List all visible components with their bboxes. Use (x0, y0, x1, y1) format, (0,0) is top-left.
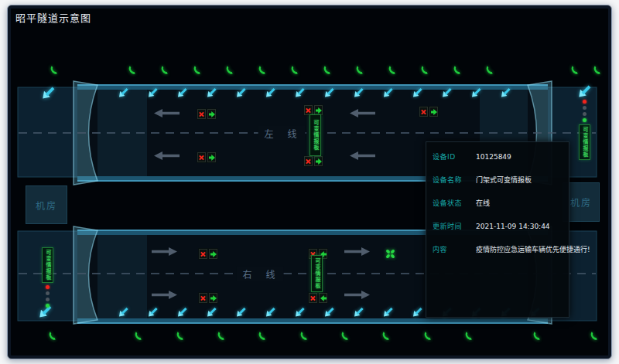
cctv-camera-icon[interactable] (207, 87, 217, 97)
emergency-phone-icon[interactable] (128, 65, 136, 75)
emergency-phone-icon[interactable] (485, 65, 494, 75)
lane-control-signal[interactable] (198, 292, 218, 304)
vms-sign-left-line[interactable]: 可变情报板 (310, 114, 321, 156)
lane-closed-x-icon (199, 293, 207, 303)
lane-control-signal[interactable] (308, 292, 328, 304)
lane-direction-arrow (152, 247, 178, 256)
tooltip-label: 设备名称 (433, 175, 476, 185)
cctv-camera-icon[interactable] (354, 306, 364, 317)
cctv-camera-icon[interactable] (42, 85, 56, 99)
cctv-camera-icon[interactable] (324, 87, 335, 97)
vms-sign-text: 可变情报板 (314, 258, 320, 289)
lane-direction-arrow (153, 151, 180, 160)
cctv-camera-icon[interactable] (578, 83, 592, 97)
cctv-camera-icon[interactable] (265, 306, 276, 317)
emergency-phone-icon[interactable] (290, 65, 299, 75)
cctv-camera-icon[interactable] (295, 87, 306, 97)
tooltip-row-update-time: 更新时间 2021-11-09 14:30:44 (433, 221, 563, 231)
emergency-phone-icon[interactable] (299, 331, 308, 341)
lane-direction-arrow (152, 291, 178, 299)
emergency-phone-icon[interactable] (381, 331, 390, 341)
cctv-camera-icon[interactable] (177, 87, 188, 97)
vms-sign-right-line[interactable]: 可变情报板 (311, 255, 323, 292)
emergency-phone-icon[interactable] (134, 331, 142, 341)
cctv-camera-icon[interactable] (236, 306, 247, 317)
emergency-phone-icon[interactable] (593, 65, 601, 75)
machine-room-left[interactable]: 机房 (26, 185, 67, 224)
lane-open-arrow-icon (207, 109, 216, 119)
emergency-phone-icon[interactable] (532, 331, 541, 341)
emergency-phone-icon[interactable] (453, 65, 461, 75)
signal-status-dot (46, 285, 50, 289)
cctv-camera-icon[interactable] (236, 87, 247, 97)
lane-control-signal[interactable] (197, 108, 217, 120)
emergency-phone-icon[interactable] (323, 65, 331, 75)
cctv-camera-icon[interactable] (383, 87, 394, 97)
emergency-phone-icon[interactable] (225, 65, 234, 75)
lane-closed-x-icon (419, 107, 428, 117)
cctv-camera-icon[interactable] (118, 306, 129, 317)
lane-control-signal[interactable] (198, 248, 218, 260)
tooltip-label: 内容 (433, 244, 476, 254)
lane-open-arrow-icon (319, 293, 327, 303)
lane-direction-arrow (349, 151, 375, 160)
cctv-camera-icon[interactable] (148, 87, 159, 97)
emergency-phone-icon[interactable] (464, 331, 473, 341)
emergency-phone-icon[interactable] (258, 65, 266, 75)
lane-open-arrow-icon (429, 107, 438, 117)
emergency-phone-icon[interactable] (193, 65, 201, 75)
cctv-camera-icon[interactable] (177, 306, 188, 317)
lane-control-signal[interactable] (419, 106, 439, 117)
lane-direction-arrow (344, 247, 371, 256)
cctv-camera-icon[interactable] (501, 87, 511, 97)
lane-control-signal[interactable] (303, 155, 323, 167)
cctv-camera-icon[interactable] (442, 87, 453, 97)
cctv-camera-icon[interactable] (265, 87, 276, 97)
cctv-camera-icon[interactable] (383, 306, 394, 317)
jet-fan-icon[interactable] (385, 248, 396, 260)
machine-room-right-label: 机房 (570, 196, 592, 209)
emergency-phone-icon[interactable] (217, 331, 225, 341)
cctv-camera-icon[interactable] (471, 87, 482, 97)
tooltip-value: 2021-11-09 14:30:44 (476, 223, 550, 230)
emergency-phone-icon[interactable] (570, 65, 579, 75)
cctv-camera-icon[interactable] (118, 87, 129, 97)
lane-closed-x-icon (304, 156, 313, 166)
roadside-vms-right[interactable]: 可变情报板 (579, 97, 590, 160)
emergency-phone-icon[interactable] (340, 331, 349, 341)
lane-direction-arrow (153, 109, 180, 117)
signal-dots-right (583, 97, 587, 124)
emergency-phone-icon[interactable] (50, 65, 58, 75)
emergency-phone-icon[interactable] (48, 331, 56, 341)
tooltip-value: 在线 (476, 198, 490, 208)
tooltip-value: 10125849 (476, 153, 511, 161)
cctv-camera-icon[interactable] (354, 87, 364, 97)
cctv-camera-icon[interactable] (412, 87, 423, 97)
cctv-camera-icon[interactable] (148, 306, 159, 317)
cctv-camera-icon[interactable] (207, 306, 217, 317)
lane-control-signal[interactable] (197, 151, 217, 163)
tooltip-label: 设备状态 (433, 198, 476, 208)
label-right-line: 右 线 (237, 267, 284, 281)
machine-room-left-label: 机房 (36, 199, 57, 212)
cctv-camera-icon[interactable] (324, 306, 335, 317)
emergency-phone-icon[interactable] (590, 331, 598, 341)
emergency-phone-icon[interactable] (420, 65, 429, 75)
tooltip-value: 疫情防控应急运输车辆优先便捷通行! (476, 244, 590, 254)
emergency-phone-icon[interactable] (258, 331, 266, 341)
lane-open-arrow-icon (209, 249, 217, 259)
cctv-camera-icon[interactable] (295, 306, 306, 317)
lane-direction-arrow (344, 291, 371, 299)
emergency-phone-icon[interactable] (388, 65, 396, 75)
page-title: 昭平隧道示意图 (15, 10, 91, 25)
emergency-phone-icon[interactable] (176, 331, 184, 341)
emergency-phone-icon[interactable] (423, 331, 432, 341)
roadside-vms-left-box: 可变情报板 (42, 247, 53, 283)
cctv-camera-icon[interactable] (412, 306, 423, 317)
signal-status-dot (583, 118, 587, 122)
emergency-phone-icon[interactable] (355, 65, 364, 75)
tooltip-value: 门架式可变情报板 (476, 175, 532, 185)
emergency-phone-icon[interactable] (160, 65, 169, 75)
roadside-vms-left[interactable]: 可变情报板 (42, 247, 53, 310)
lane-closed-x-icon (309, 293, 317, 303)
